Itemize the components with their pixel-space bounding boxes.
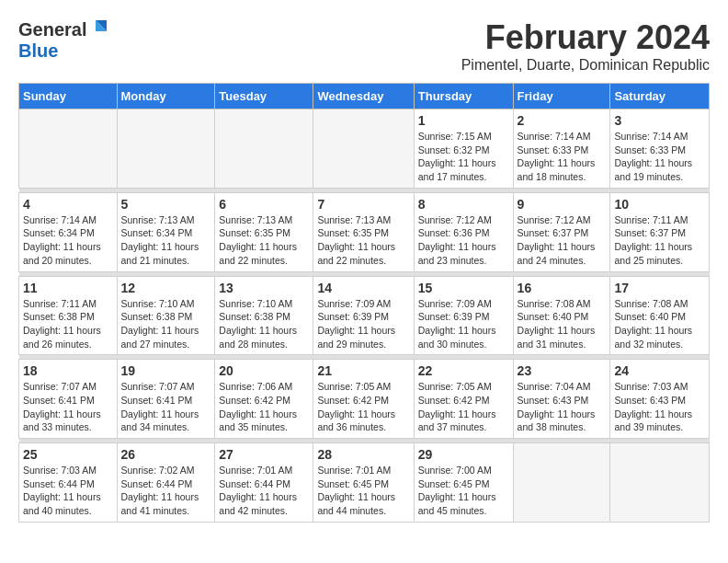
calendar-cell: 20Sunrise: 7:06 AMSunset: 6:42 PMDayligh… bbox=[215, 360, 313, 439]
calendar-cell: 1Sunrise: 7:15 AMSunset: 6:32 PMDaylight… bbox=[414, 109, 513, 189]
weekday-sunday: Sunday bbox=[19, 84, 118, 109]
day-info: Sunrise: 7:01 AMSunset: 6:44 PMDaylight:… bbox=[219, 464, 309, 518]
calendar-week-5: 25Sunrise: 7:03 AMSunset: 6:44 PMDayligh… bbox=[19, 443, 710, 523]
calendar-week-1: 1Sunrise: 7:15 AMSunset: 6:32 PMDaylight… bbox=[19, 109, 710, 189]
day-number: 12 bbox=[121, 281, 211, 295]
month-year: February 2024 bbox=[461, 18, 710, 57]
day-info: Sunrise: 7:03 AMSunset: 6:43 PMDaylight:… bbox=[614, 380, 705, 434]
weekday-tuesday: Tuesday bbox=[215, 84, 313, 109]
day-info: Sunrise: 7:07 AMSunset: 6:41 PMDaylight:… bbox=[23, 380, 113, 434]
day-number: 29 bbox=[418, 447, 509, 462]
calendar-cell: 22Sunrise: 7:05 AMSunset: 6:42 PMDayligh… bbox=[414, 360, 513, 439]
location: Pimentel, Duarte, Dominican Republic bbox=[461, 57, 710, 74]
logo: General Blue bbox=[18, 18, 108, 62]
calendar-cell: 12Sunrise: 7:10 AMSunset: 6:38 PMDayligh… bbox=[117, 276, 215, 355]
weekday-saturday: Saturday bbox=[610, 84, 710, 109]
day-number: 18 bbox=[23, 363, 113, 378]
logo-blue-text: Blue bbox=[18, 40, 58, 62]
calendar-cell: 14Sunrise: 7:09 AMSunset: 6:39 PMDayligh… bbox=[313, 276, 414, 355]
day-number: 9 bbox=[518, 197, 607, 212]
calendar-cell: 3Sunrise: 7:14 AMSunset: 6:33 PMDaylight… bbox=[610, 109, 710, 189]
calendar-cell: 8Sunrise: 7:12 AMSunset: 6:36 PMDaylight… bbox=[414, 192, 513, 271]
day-number: 21 bbox=[317, 363, 409, 378]
calendar-cell: 27Sunrise: 7:01 AMSunset: 6:44 PMDayligh… bbox=[215, 443, 313, 523]
day-info: Sunrise: 7:00 AMSunset: 6:45 PMDaylight:… bbox=[418, 464, 509, 518]
day-number: 19 bbox=[121, 363, 211, 378]
day-info: Sunrise: 7:12 AMSunset: 6:36 PMDaylight:… bbox=[418, 213, 509, 268]
title-area: February 2024 Pimentel, Duarte, Dominica… bbox=[461, 18, 710, 74]
weekday-monday: Monday bbox=[117, 84, 215, 109]
day-number: 13 bbox=[219, 281, 309, 295]
day-number: 23 bbox=[518, 363, 607, 378]
day-info: Sunrise: 7:14 AMSunset: 6:33 PMDaylight:… bbox=[518, 130, 607, 184]
calendar-cell: 9Sunrise: 7:12 AMSunset: 6:37 PMDaylight… bbox=[513, 192, 610, 271]
calendar-cell: 4Sunrise: 7:14 AMSunset: 6:34 PMDaylight… bbox=[19, 192, 118, 271]
weekday-wednesday: Wednesday bbox=[313, 84, 414, 109]
calendar-week-4: 18Sunrise: 7:07 AMSunset: 6:41 PMDayligh… bbox=[19, 360, 710, 439]
calendar-week-2: 4Sunrise: 7:14 AMSunset: 6:34 PMDaylight… bbox=[19, 192, 710, 271]
day-number: 4 bbox=[23, 197, 113, 212]
day-info: Sunrise: 7:04 AMSunset: 6:43 PMDaylight:… bbox=[518, 380, 607, 434]
day-number: 14 bbox=[317, 281, 409, 295]
calendar-cell: 16Sunrise: 7:08 AMSunset: 6:40 PMDayligh… bbox=[513, 276, 610, 355]
calendar-cell: 18Sunrise: 7:07 AMSunset: 6:41 PMDayligh… bbox=[19, 360, 118, 439]
calendar-cell: 10Sunrise: 7:11 AMSunset: 6:37 PMDayligh… bbox=[610, 192, 710, 271]
logo-general-text: General bbox=[18, 19, 86, 40]
day-info: Sunrise: 7:13 AMSunset: 6:35 PMDaylight:… bbox=[317, 213, 409, 268]
day-info: Sunrise: 7:03 AMSunset: 6:44 PMDaylight:… bbox=[23, 464, 113, 518]
day-info: Sunrise: 7:08 AMSunset: 6:40 PMDaylight:… bbox=[614, 297, 705, 351]
day-info: Sunrise: 7:14 AMSunset: 6:34 PMDaylight:… bbox=[23, 213, 113, 268]
day-number: 2 bbox=[518, 113, 607, 128]
day-info: Sunrise: 7:02 AMSunset: 6:44 PMDaylight:… bbox=[121, 464, 211, 518]
day-number: 16 bbox=[518, 281, 607, 295]
day-number: 6 bbox=[219, 197, 309, 212]
day-info: Sunrise: 7:13 AMSunset: 6:35 PMDaylight:… bbox=[219, 213, 309, 268]
day-number: 22 bbox=[418, 363, 509, 378]
calendar-cell bbox=[19, 109, 118, 189]
calendar-cell: 6Sunrise: 7:13 AMSunset: 6:35 PMDaylight… bbox=[215, 192, 313, 271]
calendar-cell: 21Sunrise: 7:05 AMSunset: 6:42 PMDayligh… bbox=[313, 360, 414, 439]
day-number: 17 bbox=[614, 281, 705, 295]
day-number: 1 bbox=[418, 113, 509, 128]
weekday-thursday: Thursday bbox=[414, 84, 513, 109]
day-info: Sunrise: 7:09 AMSunset: 6:39 PMDaylight:… bbox=[317, 297, 409, 351]
calendar-cell: 28Sunrise: 7:01 AMSunset: 6:45 PMDayligh… bbox=[313, 443, 414, 523]
calendar-cell bbox=[313, 109, 414, 189]
calendar-cell bbox=[215, 109, 313, 189]
header: General Blue February 2024 Pimentel, Dua… bbox=[18, 18, 710, 74]
calendar-cell bbox=[117, 109, 215, 189]
day-number: 24 bbox=[614, 363, 705, 378]
calendar-cell: 7Sunrise: 7:13 AMSunset: 6:35 PMDaylight… bbox=[313, 192, 414, 271]
day-info: Sunrise: 7:01 AMSunset: 6:45 PMDaylight:… bbox=[317, 464, 409, 518]
weekday-header: SundayMondayTuesdayWednesdayThursdayFrid… bbox=[19, 84, 710, 109]
day-number: 3 bbox=[614, 113, 705, 128]
calendar-week-3: 11Sunrise: 7:11 AMSunset: 6:38 PMDayligh… bbox=[19, 276, 710, 355]
day-info: Sunrise: 7:10 AMSunset: 6:38 PMDaylight:… bbox=[219, 297, 309, 351]
day-number: 28 bbox=[317, 447, 409, 462]
calendar-cell: 25Sunrise: 7:03 AMSunset: 6:44 PMDayligh… bbox=[19, 443, 118, 523]
calendar-cell: 11Sunrise: 7:11 AMSunset: 6:38 PMDayligh… bbox=[19, 276, 118, 355]
calendar-cell: 17Sunrise: 7:08 AMSunset: 6:40 PMDayligh… bbox=[610, 276, 710, 355]
day-number: 15 bbox=[418, 281, 509, 295]
day-info: Sunrise: 7:07 AMSunset: 6:41 PMDaylight:… bbox=[121, 380, 211, 434]
calendar-cell: 13Sunrise: 7:10 AMSunset: 6:38 PMDayligh… bbox=[215, 276, 313, 355]
calendar-cell: 19Sunrise: 7:07 AMSunset: 6:41 PMDayligh… bbox=[117, 360, 215, 439]
day-number: 25 bbox=[23, 447, 113, 462]
day-number: 27 bbox=[219, 447, 309, 462]
calendar-body: 1Sunrise: 7:15 AMSunset: 6:32 PMDaylight… bbox=[19, 109, 710, 523]
day-info: Sunrise: 7:08 AMSunset: 6:40 PMDaylight:… bbox=[518, 297, 607, 351]
day-info: Sunrise: 7:11 AMSunset: 6:37 PMDaylight:… bbox=[614, 213, 705, 268]
calendar: SundayMondayTuesdayWednesdayThursdayFrid… bbox=[18, 83, 710, 523]
calendar-cell: 26Sunrise: 7:02 AMSunset: 6:44 PMDayligh… bbox=[117, 443, 215, 523]
day-info: Sunrise: 7:14 AMSunset: 6:33 PMDaylight:… bbox=[614, 130, 705, 184]
day-number: 26 bbox=[121, 447, 211, 462]
day-number: 11 bbox=[23, 281, 113, 295]
calendar-cell bbox=[610, 443, 710, 523]
day-number: 10 bbox=[614, 197, 705, 212]
day-number: 20 bbox=[219, 363, 309, 378]
calendar-cell: 29Sunrise: 7:00 AMSunset: 6:45 PMDayligh… bbox=[414, 443, 513, 523]
day-number: 5 bbox=[121, 197, 211, 212]
day-number: 7 bbox=[317, 197, 409, 212]
calendar-cell bbox=[513, 443, 610, 523]
day-info: Sunrise: 7:06 AMSunset: 6:42 PMDaylight:… bbox=[219, 380, 309, 434]
